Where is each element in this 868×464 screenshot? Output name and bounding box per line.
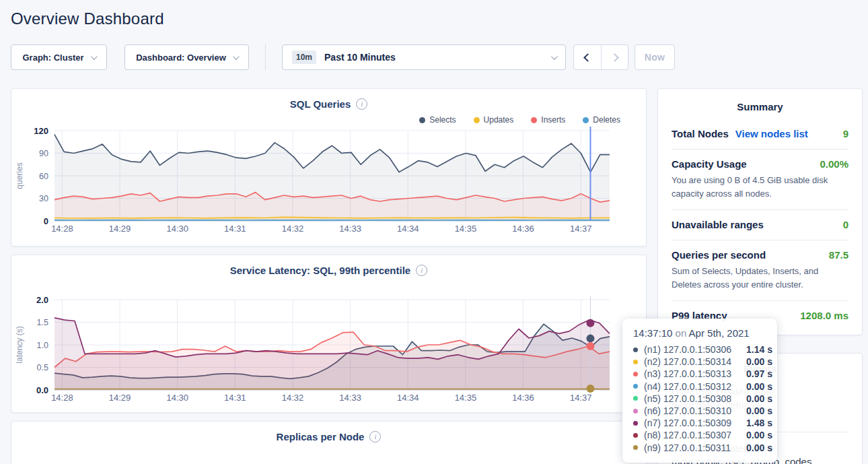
info-icon[interactable]: i	[356, 98, 367, 110]
svg-text:14:34: 14:34	[397, 224, 419, 234]
sql-queries-legend: SelectsUpdatesInsertsDeletes	[11, 114, 646, 125]
legend-item-updates[interactable]: Updates	[474, 115, 514, 125]
node-color-dot	[633, 372, 638, 376]
replicas-chart[interactable]	[11, 443, 647, 464]
dashboard-dropdown-label: Dashboard: Overview	[136, 53, 226, 63]
svg-text:2.0: 2.0	[36, 295, 48, 305]
svg-text:60: 60	[39, 172, 48, 181]
node-color-dot	[633, 445, 638, 450]
queries-per-second-value: 87.5	[829, 249, 848, 261]
svg-text:14:35: 14:35	[455, 224, 477, 234]
node-color-dot	[633, 396, 638, 401]
svg-text:14:32: 14:32	[282, 393, 304, 403]
capacity-usage-label: Capacity Usage	[672, 158, 747, 170]
svg-text:14:31: 14:31	[224, 393, 246, 403]
tooltip-node-row: (n2) 127.0.0.1:503140.00 s	[633, 356, 766, 368]
summary-title: Summary	[672, 90, 848, 119]
summary-panel: Summary Total Nodes View nodes list 9 Ca…	[657, 88, 863, 335]
total-nodes-label: Total Nodes	[672, 128, 729, 139]
tooltip-node-row: (n3) 127.0.0.1:503130.97 s	[633, 368, 766, 380]
time-range-badge: 10m	[292, 51, 316, 64]
svg-text:14:33: 14:33	[339, 224, 361, 234]
node-color-dot	[633, 421, 638, 426]
svg-text:14:35: 14:35	[455, 393, 477, 403]
divider	[265, 44, 266, 70]
sql-queries-chart[interactable]: 030609012014:2814:2914:3014:3114:3214:33…	[11, 125, 647, 245]
svg-text:14:29: 14:29	[109, 393, 131, 403]
svg-text:14:28: 14:28	[51, 224, 73, 234]
service-latency-chart-title: Service Latency: SQL, 99th percentile	[230, 265, 410, 276]
node-color-dot	[633, 360, 638, 364]
chevron-right-icon	[610, 53, 619, 62]
legend-item-inserts[interactable]: Inserts	[531, 115, 565, 125]
unavailable-ranges-value: 0	[843, 219, 848, 230]
service-latency-chart[interactable]: 0.00.51.01.52.014:2814:2914:3014:3114:32…	[11, 286, 647, 416]
tooltip-node-rows: (n1) 127.0.0.1:503061.14 s(n2) 127.0.0.1…	[633, 343, 766, 454]
chevron-down-icon	[90, 53, 97, 60]
time-step-buttons	[573, 44, 628, 70]
charts-column: SQL Queries i SelectsUpdatesInsertsDelet…	[11, 88, 647, 464]
capacity-usage-row: Capacity Usage 0.00% You are using 0 B o…	[672, 149, 848, 209]
queries-per-second-description: Sum of Selects, Updates, Inserts, and De…	[672, 265, 848, 291]
svg-text:1.5: 1.5	[37, 318, 48, 327]
svg-text:14:28: 14:28	[51, 393, 73, 403]
svg-text:0.5: 0.5	[37, 363, 48, 372]
chart-hover-tooltip: 14:37:10 on Apr 5th, 2021 (n1) 127.0.0.1…	[622, 319, 777, 463]
now-button[interactable]: Now	[635, 44, 675, 70]
node-color-dot	[633, 384, 638, 389]
graph-dropdown[interactable]: Graph: Cluster	[11, 44, 107, 70]
next-time-button[interactable]	[601, 45, 628, 69]
tooltip-timestamp: 14:37:10 on Apr 5th, 2021	[633, 327, 766, 339]
unavailable-ranges-label: Unavailable ranges	[672, 219, 764, 230]
queries-per-second-label: Queries per second	[672, 249, 766, 261]
svg-text:90: 90	[39, 149, 48, 158]
svg-text:14:37: 14:37	[570, 393, 592, 403]
legend-item-deletes[interactable]: Deletes	[583, 115, 620, 125]
tooltip-node-row: (n7) 127.0.0.1:503091.48 s	[633, 417, 766, 429]
node-color-dot	[633, 433, 638, 438]
unavailable-ranges-row: Unavailable ranges 0	[672, 209, 848, 240]
tooltip-node-row: (n4) 127.0.0.1:503120.00 s	[633, 380, 766, 393]
sql-queries-chart-title: SQL Queries	[290, 98, 351, 110]
total-nodes-value: 9	[843, 128, 848, 139]
capacity-usage-value: 0.00%	[820, 158, 848, 170]
p99-latency-value: 1208.0 ms	[800, 310, 848, 321]
tooltip-node-row: (n8) 127.0.0.1:503070.00 s	[633, 429, 766, 441]
dashboard-dropdown[interactable]: Dashboard: Overview	[124, 44, 249, 70]
legend-dot	[474, 117, 480, 123]
view-nodes-list-link[interactable]: View nodes list	[735, 128, 808, 139]
time-range-label: Past 10 Minutes	[324, 52, 396, 63]
svg-text:14:29: 14:29	[109, 224, 131, 234]
capacity-usage-description: You are using 0 B of 4.5 GiB usable disk…	[672, 174, 848, 200]
svg-text:120: 120	[34, 126, 48, 136]
chevron-down-icon	[551, 53, 558, 60]
tooltip-node-row: (n6) 127.0.0.1:503100.00 s	[633, 405, 766, 417]
tooltip-node-row: (n9) 127.0.0.1:503110.00 s	[633, 442, 766, 454]
legend-dot	[419, 117, 425, 123]
svg-text:14:33: 14:33	[339, 393, 361, 403]
service-latency-chart-card: Service Latency: SQL, 99th percentile i …	[11, 255, 647, 413]
node-color-dot	[633, 347, 638, 352]
svg-text:latency (s): latency (s)	[15, 326, 24, 363]
tooltip-node-row: (n5) 127.0.0.1:503080.00 s	[633, 393, 766, 405]
replicas-chart-title: Replicas per Node	[277, 431, 365, 442]
prev-time-button[interactable]	[574, 45, 601, 69]
svg-text:14:30: 14:30	[166, 224, 188, 234]
replicas-chart-card: Replicas per Node i	[11, 421, 647, 464]
tooltip-node-row: (n1) 127.0.0.1:503061.14 s	[633, 343, 766, 356]
time-range-selector[interactable]: 10m Past 10 Minutes	[282, 44, 566, 70]
legend-dot	[583, 117, 589, 123]
info-icon[interactable]: i	[416, 265, 427, 276]
svg-text:14:36: 14:36	[512, 393, 534, 403]
svg-text:queries: queries	[15, 162, 24, 189]
svg-text:14:36: 14:36	[512, 224, 534, 234]
legend-item-selects[interactable]: Selects	[419, 115, 456, 125]
svg-text:14:34: 14:34	[397, 393, 419, 403]
page-title: Overview Dashboard	[11, 9, 868, 28]
svg-text:14:30: 14:30	[166, 393, 188, 403]
total-nodes-row: Total Nodes View nodes list 9	[672, 119, 848, 149]
info-icon[interactable]: i	[369, 431, 381, 442]
svg-text:14:31: 14:31	[224, 224, 246, 234]
svg-text:14:32: 14:32	[282, 224, 304, 234]
svg-text:30: 30	[39, 194, 48, 203]
